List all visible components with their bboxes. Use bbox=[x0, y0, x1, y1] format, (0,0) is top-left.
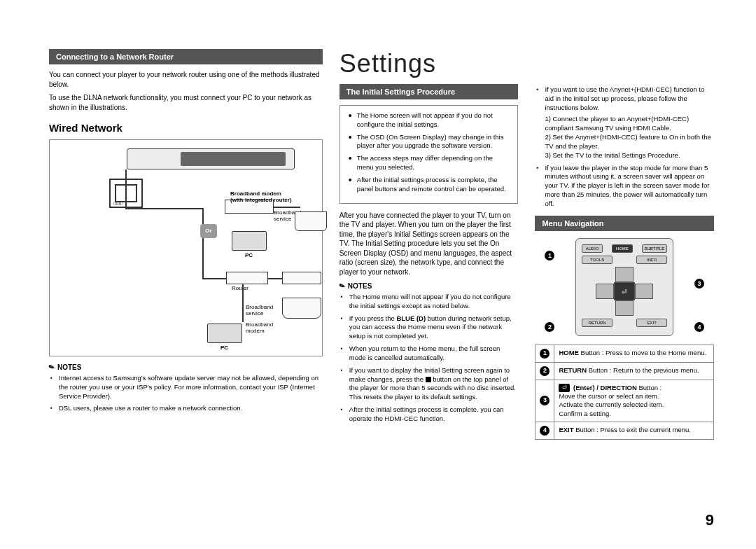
anynet-intro: If you want to use the Anynet+(HDMI-CEC)… bbox=[545, 85, 714, 160]
pc-graphic-1 bbox=[232, 231, 267, 251]
note-item: If you want to display the Initial Setti… bbox=[349, 366, 519, 402]
pencil-icon: ✎ bbox=[48, 363, 55, 372]
broadband-modem-graphic bbox=[282, 272, 321, 284]
enter-icon: ⏎ bbox=[559, 384, 570, 392]
modem-router-label: Broadband modem(with integrated router) bbox=[230, 191, 314, 204]
note-item: DSL users, please use a router to make a… bbox=[59, 404, 323, 413]
table-row: 2 RETURN Button : Return to the previous… bbox=[536, 362, 714, 380]
left-column: Connecting to a Network Router You can c… bbox=[49, 49, 323, 440]
home-desc: HOME Button : Press to move to the Home … bbox=[554, 345, 714, 362]
remote-graphic: AUDIO HOME SUBTITLE TOOLS INFO ⏎ RETURN bbox=[575, 238, 673, 336]
right-column: If you want to use the Anynet+(HDMI-CEC)… bbox=[535, 49, 714, 440]
cloud-graphic-1 bbox=[295, 211, 327, 231]
wired-network-heading: Wired Network bbox=[49, 122, 323, 134]
table-row: 4 EXIT Button : Press to exit the curren… bbox=[536, 422, 714, 440]
anynet-list: If you want to use the Anynet+(HDMI-CEC)… bbox=[535, 85, 714, 209]
tools-button: TOOLS bbox=[582, 256, 612, 264]
callout-3: 3 bbox=[694, 279, 704, 289]
arrow-left-icon bbox=[596, 284, 614, 299]
anynet-step: 3) Set the TV to the Initial Settings Pr… bbox=[545, 151, 714, 160]
notes-list-mid: The Home menu will not appear if you do … bbox=[340, 293, 519, 424]
wired-network-diagram: Or Broadband modem(with integrated route… bbox=[49, 139, 323, 356]
note-item: When you return to the Home menu, the fu… bbox=[349, 345, 519, 363]
stop-icon bbox=[426, 377, 431, 382]
anynet-step: 2) Set the Anynet+(HDMI-CEC) feature to … bbox=[545, 133, 714, 151]
audio-button: AUDIO bbox=[582, 244, 603, 253]
router-label: Router bbox=[232, 286, 248, 292]
note-item: The Home menu will not appear if you do … bbox=[349, 293, 519, 311]
arrow-up-icon bbox=[615, 267, 634, 282]
remote-diagram: 1 2 3 4 AUDIO HOME SUBTITLE TOOLS INFO bbox=[535, 238, 714, 336]
page-content: Connecting to a Network Router You can c… bbox=[49, 49, 714, 440]
callout-2: 2 bbox=[545, 322, 554, 332]
box-item: The access steps may differ depending on… bbox=[357, 154, 511, 172]
broadband-service-label-2: Broadbandservice bbox=[246, 305, 273, 317]
enter-button: ⏎ bbox=[614, 282, 635, 300]
middle-column: Settings The Initial Settings Procedure … bbox=[340, 49, 519, 440]
enter-direction-desc: ⏎ (Enter) / DIRECTION Button :Move the c… bbox=[554, 380, 714, 422]
box-item: The OSD (On Screen Display) may change i… bbox=[357, 133, 511, 151]
intro-text-2: To use the DLNA network functionality, y… bbox=[49, 93, 323, 112]
section-header-connecting: Connecting to a Network Router bbox=[49, 49, 323, 64]
subtitle-button: SUBTITLE bbox=[642, 244, 668, 253]
callout-4: 4 bbox=[694, 322, 704, 332]
notes-heading-mid: ✎NOTES bbox=[340, 282, 519, 290]
cloud-graphic-2 bbox=[282, 298, 321, 319]
info-button: INFO bbox=[636, 256, 667, 264]
settings-title: Settings bbox=[340, 49, 519, 78]
notes-list-left: Internet access to Samsung's software up… bbox=[49, 374, 323, 413]
home-button: HOME bbox=[612, 244, 633, 253]
table-row: 1 HOME Button : Press to move to the Hom… bbox=[536, 345, 714, 362]
pencil-icon: ✎ bbox=[338, 282, 346, 291]
section-header-initial: The Initial Settings Procedure bbox=[340, 84, 519, 99]
stop-mode-note: If you leave the player in the stop mode… bbox=[545, 164, 714, 209]
return-desc: RETURN Button : Return to the previous m… bbox=[554, 362, 714, 380]
row-num-4: 4 bbox=[540, 426, 550, 436]
section-header-menu-nav: Menu Navigation bbox=[535, 216, 714, 231]
pc-graphic-2 bbox=[207, 324, 242, 343]
exit-button: EXIT bbox=[636, 319, 667, 327]
row-num-1: 1 bbox=[540, 349, 550, 359]
or-label: Or bbox=[200, 224, 217, 238]
return-button: RETURN bbox=[582, 319, 612, 327]
button-reference-table: 1 HOME Button : Press to move to the Hom… bbox=[535, 345, 714, 440]
row-num-2: 2 bbox=[540, 366, 550, 376]
page-number: 9 bbox=[706, 511, 714, 529]
note-item: Internet access to Samsung's software up… bbox=[59, 374, 323, 401]
initial-settings-box: The Home screen will not appear if you d… bbox=[340, 105, 519, 204]
arrow-right-icon bbox=[635, 284, 653, 299]
notes-heading-left: ✎NOTES bbox=[49, 363, 323, 371]
arrow-down-icon bbox=[615, 300, 634, 316]
intro-text-1: You can connect your player to your netw… bbox=[49, 70, 323, 89]
initial-para: After you have connected the player to y… bbox=[340, 211, 519, 277]
note-item: After the initial settings process is co… bbox=[349, 405, 519, 424]
box-item: The Home screen will not appear if you d… bbox=[357, 111, 511, 130]
player-device-graphic bbox=[127, 148, 295, 169]
box-item: After the initial settings process is co… bbox=[357, 176, 511, 194]
exit-desc: EXIT Button : Press to exit the current … bbox=[554, 422, 714, 440]
broadband-modem-label: Broadbandmodem bbox=[246, 322, 273, 335]
table-row: 3 ⏎ (Enter) / DIRECTION Button :Move the… bbox=[536, 380, 714, 422]
anynet-step: 1) Connect the player to an Anynet+(HDMI… bbox=[545, 115, 714, 133]
callout-1: 1 bbox=[545, 251, 554, 260]
router-graphic bbox=[226, 272, 268, 284]
note-item: If you press the BLUE (D) button during … bbox=[349, 314, 519, 341]
row-num-3: 3 bbox=[540, 396, 550, 405]
direction-pad: ⏎ bbox=[593, 267, 656, 316]
